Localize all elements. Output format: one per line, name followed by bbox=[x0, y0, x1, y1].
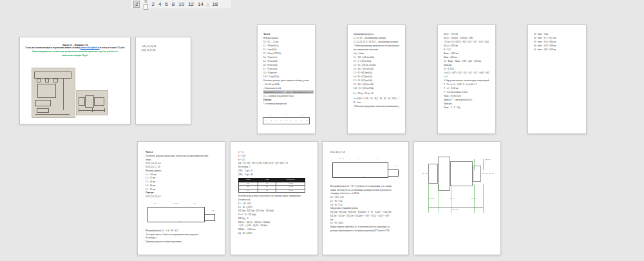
chain-label: L4 bbox=[377, 157, 379, 160]
text-block-top: q = 2,5δ = 1,38σ = 1,25аср = Т∆ / Σij = … bbox=[238, 151, 310, 177]
intro-after: и отвечу в течение 1-2 дней bbox=[100, 46, 124, 49]
page-thumbnail-3[interactable]: Часть 1Исходные данные:L0 = 0,5 … 1,5 мм… bbox=[257, 24, 316, 134]
page-text: Б) L5, L6, L7, L8 L2−10 L3 L4 L5 L1 Исхо… bbox=[323, 142, 408, 255]
toolbar-number[interactable]: 12 bbox=[188, 1, 194, 7]
shaft-step bbox=[428, 164, 438, 184]
chain-label: L5 bbox=[395, 164, 397, 168]
green-note-line-1: Выполняю работы по техническим дисциплин… bbox=[20, 50, 130, 54]
dimension-chain-diagram: L3L7L10 L1L2L3L4L5L6L7L8L10 bbox=[263, 114, 310, 124]
chain-label: L3 bbox=[269, 114, 271, 116]
chain-cell-labels: L1L2L3L4L5L6L7L8L10 bbox=[263, 120, 309, 122]
page-thumbnail-2[interactable]: А) L1, L2, L3, L4Б) L5, L6, L7, L8 bbox=[135, 37, 191, 124]
chain-step bbox=[388, 169, 398, 177]
dimension-label: 40 −0,1 bbox=[486, 159, 491, 160]
tolerance-table: РазмерТ, мкмОтклонение2552−0,0524062−0,0… bbox=[238, 178, 305, 193]
page-text: Замыкающий размер L∆L1, L3, L9 — увеличи… bbox=[348, 25, 405, 133]
toolbar-number[interactable]: 4 bbox=[158, 1, 161, 7]
chain-label: L5 bbox=[212, 209, 214, 212]
dimension-label: 80 −0,22 bbox=[428, 197, 434, 199]
page-text: δ1 = δmax = 0 ммδ2 = δmax + 0,1 = 0,557 … bbox=[528, 25, 586, 133]
green-note-line-2: выполнение которых 30 руб. bbox=[20, 54, 130, 58]
text-line: (ТВ) → Lср = 40 bbox=[238, 173, 310, 177]
shaft-steps bbox=[428, 155, 490, 192]
shaft-drawing: 80 −0,22 80 −0,1 80 −0,15 40 −0,1 240 −0… bbox=[426, 155, 490, 205]
triangle-icon[interactable]: △ bbox=[206, 2, 209, 6]
page-thumbnail-10[interactable]: 80 −0,22 80 −0,1 80 −0,15 40 −0,1 240 −0… bbox=[413, 141, 501, 255]
toolbar-number[interactable]: 8 bbox=[172, 1, 175, 7]
pages-toolbar: 2 × 2468101214 △ 18 bbox=[131, 0, 231, 8]
chain-rectangle: L1L2L3L4L5L6L7L8L10 bbox=[263, 117, 310, 124]
text-line: Исходный размер: L5 = 90 +0,22 является … bbox=[330, 185, 401, 189]
dimension-line bbox=[483, 159, 484, 170]
chain-step bbox=[204, 214, 215, 221]
chain-label: L3 bbox=[357, 157, 359, 160]
toolbar-number[interactable]: 2 bbox=[151, 1, 154, 7]
chain-label: L8 bbox=[300, 120, 302, 122]
chain-label: L2 bbox=[154, 202, 156, 205]
table-cell: +0,074 bbox=[276, 189, 305, 193]
page-text: А) L1, L2, L3, L4Б) L5, L6, L7, L8 bbox=[136, 37, 191, 124]
text-line: Тмакс + Т ≤ Т + Тср bbox=[444, 106, 489, 110]
text-block-bottom: Посчитаем предельные отклонения и все ра… bbox=[238, 195, 310, 235]
text-block-bottom: Исходный размер: L5 = L4 = 90 +0,22Это з… bbox=[146, 229, 217, 244]
table-cell: 60 bbox=[239, 189, 258, 193]
page-thumbnail-9[interactable]: Б) L5, L6, L7, L8 L2−10 L3 L4 L5 L1 Исхо… bbox=[322, 141, 409, 255]
scanned-drawing-right bbox=[76, 90, 108, 115]
page-thumbnail-6[interactable]: δ1 = δmax = 0 ммδ2 = δmax + 0,1 = 0,557 … bbox=[527, 24, 587, 134]
dimension-line bbox=[483, 184, 484, 213]
page-thumbnail-8[interactable]: q = 2,5δ = 1,38σ = 1,25аср = Т∆ / Σij = … bbox=[230, 141, 318, 255]
chain-label: L2−10 bbox=[338, 157, 343, 160]
data-table: РазмерТ, мкмОтклонение2552−0,0524062−0,0… bbox=[238, 178, 305, 193]
toolbar-number-last[interactable]: 18 bbox=[212, 1, 218, 7]
chain-label: L3 bbox=[275, 120, 277, 122]
text-line: δ5 = δmax + 0,62 = 0,28 мм bbox=[534, 48, 580, 52]
toolbar-number-selected[interactable]: 2 bbox=[133, 1, 140, 8]
chain-top-labels: L3L7L10 bbox=[263, 114, 310, 116]
chain-label: L4 bbox=[193, 202, 195, 205]
dimension-label: 80 −0,15 bbox=[471, 197, 477, 199]
page-text: Часть 2Рассчитать допуски и предельные о… bbox=[138, 142, 225, 255]
chain-label: L5 bbox=[285, 120, 287, 122]
page-thumbnail-4[interactable]: Замыкающий размер L∆L1, L3, L9 — увеличи… bbox=[347, 24, 406, 134]
page-thumbnail-1[interactable]: Заказ 13 – Вариант 10 Если у вас возникл… bbox=[19, 37, 131, 124]
text-line: размеры обрабатываются с большими допуск… bbox=[330, 229, 401, 233]
section-header: Б) L5, L6, L7, L8 bbox=[330, 151, 401, 155]
email-link[interactable]: primerzakaz@mail.ru bbox=[80, 46, 99, 49]
dimension-label: 80 −0,1 bbox=[450, 197, 455, 199]
chain-label: L1 bbox=[265, 120, 267, 122]
chain-label: L6 bbox=[290, 120, 292, 122]
text-line: А) L1, L2, L3, L4 bbox=[146, 195, 217, 199]
page-thumbnail-5[interactable]: Е(L1) = −0,97 ммЕ(L∆) = Σ Е(Lув) − Σ Е(L… bbox=[437, 24, 496, 134]
page-thumbnail-7[interactable]: Часть 2Рассчитать допуски и предельные о… bbox=[137, 141, 225, 255]
page-glyph bbox=[144, 4, 148, 10]
text-line: 3. Посчитаем предельные отклонения и ном… bbox=[354, 104, 399, 108]
chain-label: L7 bbox=[295, 120, 297, 122]
chain-label: L3−10 bbox=[173, 202, 178, 205]
text-line: Б) L5, L6, L7, L8 bbox=[142, 48, 185, 52]
page-text: Е(L1) = −0,97 ммЕ(L∆) = Σ Е(Lув) − Σ Е(L… bbox=[438, 25, 495, 133]
dimension-labels: 80 −0,22 80 −0,1 80 −0,15 bbox=[428, 197, 477, 199]
text-line: 1 м 0,55 + 0,075 + 0,15 + 0,5 + 0,15 + 0… bbox=[444, 71, 489, 75]
dimension-line bbox=[474, 159, 475, 170]
chain-label: L2 bbox=[270, 120, 272, 122]
canvas: { "colors": {"link": "#0b5bd3", "green":… bbox=[0, 0, 644, 261]
chain-label: L10 bbox=[301, 114, 303, 116]
text-line: L10 = 35 +0,62 (по H14); bbox=[354, 86, 399, 90]
toolbar-numbers: 2468101214 bbox=[151, 1, 204, 7]
chain-label: L10 bbox=[305, 120, 307, 122]
text-line: L∆ = Σ Lув − Σ Lум + К bbox=[354, 92, 399, 95]
hourglass-cursor-icon[interactable]: × bbox=[142, 0, 149, 9]
toolbar-number[interactable]: 10 bbox=[178, 1, 184, 7]
chain-label: L4 bbox=[280, 120, 282, 122]
intro-before: Если у вас возникли вопросы по решению, … bbox=[26, 46, 80, 49]
chain-rectangle bbox=[147, 207, 205, 222]
toolbar-number[interactable]: 14 bbox=[198, 1, 204, 7]
text-block: Исходный размер: L5 = 90 +0,22 является … bbox=[330, 185, 401, 233]
toolbar-number[interactable]: 6 bbox=[165, 1, 167, 7]
text-block-top: Часть 2Рассчитать допуски и предельные о… bbox=[146, 151, 217, 199]
shaft-step bbox=[450, 161, 473, 186]
text-line: 1. составим размерную цепь bbox=[263, 102, 309, 106]
table-cell: 74 bbox=[258, 189, 276, 193]
chain-rectangle bbox=[332, 162, 388, 178]
dimension-chain-diagram: L2−10 L3 L4 L5 L1 bbox=[332, 157, 398, 182]
